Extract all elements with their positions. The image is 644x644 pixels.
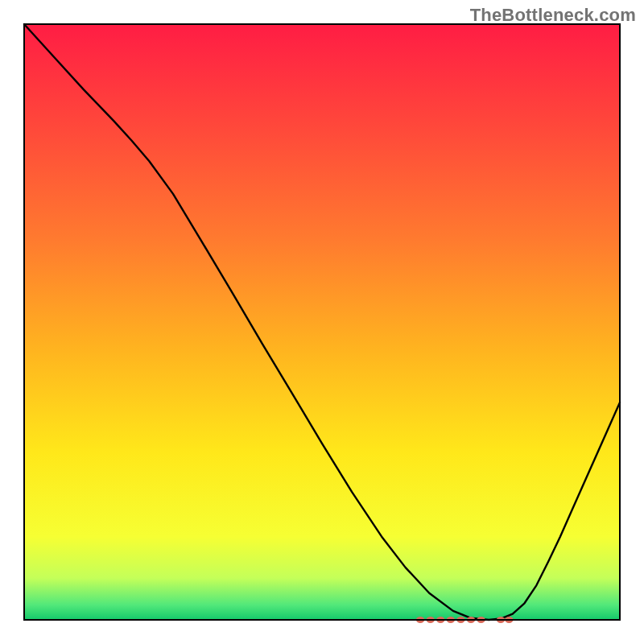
plot-background bbox=[24, 24, 620, 620]
bottleneck-chart bbox=[0, 0, 644, 644]
chart-container: { "watermark": "TheBottleneck.com", "plo… bbox=[0, 0, 644, 644]
